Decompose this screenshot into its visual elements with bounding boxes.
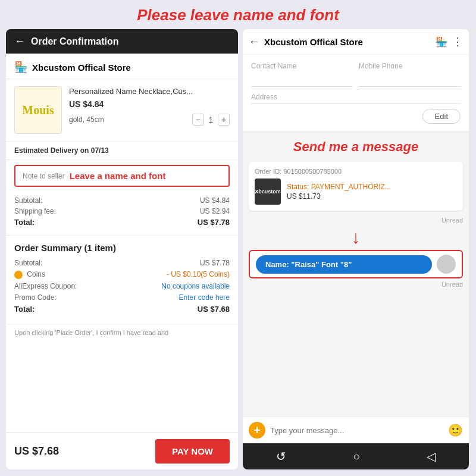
- coins-value: - US $0.10(5 Coins): [167, 270, 230, 279]
- address-form: Contact Name Mobile Phone Address Edit: [243, 55, 469, 133]
- contact-name-label: Contact Name: [251, 62, 353, 70]
- message-bubble: Name: "Raisa" Font "8": [256, 255, 432, 274]
- store-header: 🏪 Xbcustom Offical Store: [6, 54, 238, 79]
- product-row: Mouis Personalized Name Necklace,Cus... …: [6, 79, 238, 142]
- coupon-row: AliExpress Coupon: No coupons available: [14, 282, 230, 290]
- nav-back-icon[interactable]: ↺: [276, 449, 286, 464]
- left-panel: ← Order Confirmation 🏪 Xbcustom Offical …: [6, 29, 238, 469]
- order-item-row: Xbcustom Status: PAYMENT_AUTHORIZ... US …: [255, 178, 457, 205]
- qty-controls: − 1 +: [192, 114, 230, 126]
- top-banner: Please leave name and font: [0, 0, 476, 29]
- promo-label: Promo Code:: [14, 293, 57, 302]
- bottom-bar: US $7.68 PAY NOW: [6, 433, 238, 469]
- promo-row: Promo Code: Enter code here: [14, 293, 230, 302]
- summary-subtotal-value: US $7.78: [200, 259, 230, 267]
- nav-home-icon[interactable]: ○: [353, 450, 360, 464]
- summary-total-row: Total: US $7.68: [14, 305, 230, 314]
- coins-label: Coins: [27, 270, 45, 278]
- order-id-value: 8015000500785000: [283, 168, 342, 175]
- right-header: ← Xbcustom Offical Store 🏪 ⋮: [243, 29, 469, 55]
- arrow-down-icon: ↓: [249, 227, 463, 248]
- coupon-label: AliExpress Coupon:: [14, 282, 77, 290]
- pay-now-button[interactable]: PAY NOW: [155, 439, 230, 464]
- product-variant-row: gold, 45cm − 1 +: [69, 114, 230, 126]
- back-arrow-left[interactable]: ←: [14, 35, 25, 48]
- right-store-icon: 🏪: [436, 36, 447, 48]
- product-variant: gold, 45cm: [69, 115, 104, 124]
- order-confirmation-title: Order Confirmation: [31, 36, 119, 47]
- total-label-price: Total:: [14, 218, 35, 227]
- product-logo: Mouis: [22, 104, 54, 117]
- summary-subtotal-label: Subtotal:: [14, 259, 42, 267]
- summary-subtotal-row: Subtotal: US $7.78: [14, 259, 230, 267]
- total-amount: US $7.68: [14, 445, 59, 458]
- mobile-phone-label: Mobile Phone: [359, 62, 461, 70]
- store-name: Xbcustom Offical Store: [32, 62, 131, 73]
- message-input[interactable]: [270, 426, 448, 435]
- edit-button[interactable]: Edit: [422, 109, 461, 124]
- price-section: Subtotal: US $4.84 Shipping fee: US $2.9…: [6, 192, 238, 236]
- order-amount: US $11.73: [287, 192, 391, 201]
- summary-total-label: Total:: [14, 305, 35, 314]
- mobile-phone-input[interactable]: [359, 73, 461, 87]
- chat-input-bar: + 🙂: [243, 416, 469, 443]
- shipping-value: US $2.94: [200, 207, 230, 215]
- order-info: Status: PAYMENT_AUTHORIZ... US $11.73: [287, 183, 391, 201]
- emoji-button[interactable]: 🙂: [448, 423, 463, 437]
- delivery-date: 07/13: [91, 146, 109, 155]
- right-store-name: Xbcustom Offical Store: [264, 37, 433, 47]
- total-value-price: US $7.78: [198, 218, 230, 227]
- unread-label-2: Unread: [249, 281, 463, 288]
- unread-label-1: Unread: [249, 217, 463, 224]
- delivery-label: Estimated Delivery on: [14, 146, 89, 155]
- product-details: Personalized Name Necklace,Cus... US $4.…: [69, 86, 230, 134]
- order-summary-section: Order Summary (1 item) Subtotal: US $7.7…: [6, 236, 238, 324]
- nav-bar: ↺ ○ ◁: [243, 443, 469, 469]
- left-panel-body: 🏪 Xbcustom Offical Store Mouis Personali…: [6, 54, 238, 433]
- subtotal-label: Subtotal:: [14, 196, 42, 205]
- product-price: US $4.84: [69, 99, 230, 109]
- qty-number: 1: [209, 115, 213, 124]
- order-thumbnail: Xbcustom: [255, 178, 281, 205]
- qty-increase-btn[interactable]: +: [218, 114, 230, 126]
- mobile-phone-field[interactable]: Mobile Phone: [359, 62, 461, 87]
- qty-decrease-btn[interactable]: −: [192, 114, 204, 126]
- note-label: Note to seller: [23, 172, 65, 180]
- coins-row: Coins - US $0.10(5 Coins): [14, 270, 230, 279]
- contact-name-field[interactable]: Contact Name: [251, 62, 353, 87]
- right-panel: ← Xbcustom Offical Store 🏪 ⋮ Contact Nam…: [243, 29, 469, 469]
- address-field[interactable]: Address: [251, 93, 461, 104]
- shipping-label: Shipping fee:: [14, 207, 56, 215]
- contact-name-input[interactable]: [251, 73, 353, 87]
- promo-value[interactable]: Enter code here: [179, 293, 230, 302]
- status-value: PAYMENT_AUTHORIZ...: [311, 183, 391, 191]
- store-icon: 🏪: [14, 61, 27, 74]
- subtotal-value: US $4.84: [200, 196, 230, 205]
- message-avatar: [437, 255, 456, 274]
- product-image: Mouis: [14, 86, 62, 134]
- message-bubble-container: Name: "Raisa" Font "8": [249, 250, 463, 278]
- coins-label-wrap: Coins: [14, 270, 45, 279]
- send-message-banner: Send me a message: [243, 133, 469, 157]
- order-id-row: Order ID: 8015000500785000: [255, 168, 457, 175]
- form-row-top: Contact Name Mobile Phone: [251, 62, 461, 87]
- coins-icon: [14, 271, 23, 279]
- confirm-text: Upon clicking 'Place Order', I confirm I…: [6, 324, 238, 341]
- total-row-price: Total: US $7.78: [14, 218, 230, 227]
- note-seller-box[interactable]: Note to seller Leave a name and font: [14, 165, 230, 187]
- product-name: Personalized Name Necklace,Cus...: [69, 86, 230, 97]
- left-panel-header: ← Order Confirmation: [6, 29, 238, 54]
- back-arrow-right[interactable]: ←: [249, 36, 259, 48]
- nav-recents-icon[interactable]: ◁: [427, 449, 436, 464]
- summary-title: Order Summary (1 item): [14, 243, 230, 253]
- status-label: Status:: [287, 183, 309, 191]
- edit-btn-container: Edit: [251, 109, 461, 124]
- subtotal-row: Subtotal: US $4.84: [14, 196, 230, 205]
- order-id-label: Order ID:: [255, 168, 281, 175]
- chat-area: Order ID: 8015000500785000 Xbcustom Stat…: [243, 157, 469, 416]
- delivery-row: Estimated Delivery on 07/13: [6, 142, 238, 160]
- add-media-button[interactable]: +: [249, 422, 265, 439]
- menu-dots-icon[interactable]: ⋮: [452, 35, 463, 48]
- order-status: Status: PAYMENT_AUTHORIZ...: [287, 183, 391, 191]
- shipping-row: Shipping fee: US $2.94: [14, 207, 230, 215]
